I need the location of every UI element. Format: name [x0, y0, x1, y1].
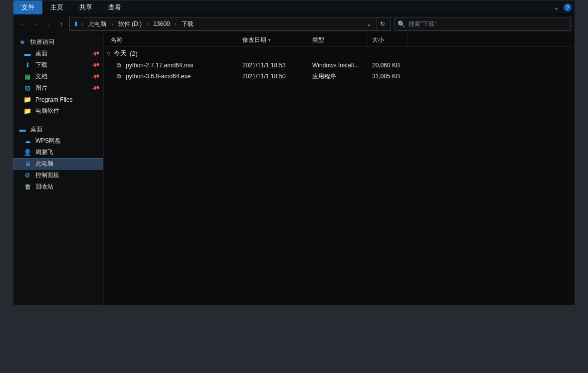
ribbon-tab-view[interactable]: 查看 [100, 0, 129, 14]
ribbon-tab-share[interactable]: 共享 [71, 0, 100, 14]
file-row[interactable]: ⧉python-3.6.8-amd64.exe2021/11/1 18:50应用… [104, 71, 575, 82]
nav-quick-access[interactable]: ★ 快速访问 [13, 36, 103, 48]
nav-back-icon[interactable]: ← [17, 19, 27, 29]
breadcrumb-sep-icon: › [81, 21, 84, 27]
file-icon: ⧉ [115, 72, 123, 80]
folder-icon: 📁 [23, 107, 31, 115]
nav-item[interactable]: ⬇下载📌 [13, 59, 103, 71]
desktop-icon: ▬ [23, 50, 31, 58]
nav-item-label: 回收站 [35, 183, 53, 191]
refresh-icon[interactable]: ↻ [376, 17, 389, 30]
group-collapse-icon[interactable]: ▽ [107, 51, 111, 56]
nav-item-label: 文档 [35, 72, 47, 81]
nav-item[interactable]: 📁Program Files [13, 94, 103, 105]
ribbon-tab-file[interactable]: 文件 [13, 0, 42, 14]
navigation-pane: ★ 快速访问 ▬桌面📌⬇下载📌▤文档📌▧图片📌📁Program Files📁电脑… [13, 33, 104, 305]
file-size: 20,060 KB [368, 62, 408, 69]
doc-icon: ▤ [23, 73, 31, 81]
nav-desktop[interactable]: ▬ 桌面 [13, 124, 103, 135]
cloud-icon: ☁ [23, 137, 31, 145]
column-label: 大小 [372, 36, 384, 44]
nav-item[interactable]: ▤文档📌 [13, 71, 103, 82]
column-label: 类型 [312, 36, 324, 44]
file-date: 2021/11/1 18:53 [238, 62, 308, 69]
pin-icon: 📌 [91, 49, 101, 58]
file-type: Windows Install... [308, 62, 368, 69]
pic-icon: ▧ [23, 84, 31, 92]
star-icon: ★ [18, 38, 26, 46]
group-label: 今天 [114, 49, 127, 58]
user-icon: 👤 [23, 149, 31, 157]
nav-item[interactable]: ⚙控制面板 [13, 170, 103, 181]
ribbon-tab-home[interactable]: 主页 [42, 0, 71, 14]
nav-group-desktop: ▬ 桌面 ☁WPS网盘👤周鹏飞🖥此电脑⚙控制面板🗑回收站 [13, 124, 103, 192]
column-header-size[interactable]: 大小 [368, 33, 408, 46]
column-header-name[interactable]: 名称 [104, 33, 238, 46]
column-header-type[interactable]: 类型 [308, 33, 368, 46]
breadcrumb-sep-icon: › [174, 21, 178, 27]
pin-icon: 📌 [91, 72, 101, 81]
nav-up-icon[interactable]: ↑ [56, 19, 66, 29]
nav-label: 快速访问 [30, 38, 54, 46]
nav-item[interactable]: 📁电脑软件 [13, 105, 103, 117]
breadcrumb-sep-icon: › [110, 21, 114, 27]
search-icon: 🔍 [397, 20, 405, 28]
sort-desc-icon: ▾ [268, 37, 271, 42]
pin-icon: 📌 [91, 60, 101, 69]
trash-icon: 🗑 [23, 183, 31, 191]
search-placeholder: 搜索"下载" [408, 20, 437, 28]
address-bar[interactable]: ⬇ › 此电脑 › 软件 (D:) › 13600 › 下载 ⌄ ↻ [69, 17, 391, 31]
file-name: python-2.7.17.amd64.msi [126, 62, 193, 69]
nav-forward-icon[interactable]: → [30, 19, 40, 29]
breadcrumb-item[interactable]: 13600 [150, 17, 173, 30]
nav-item-label: 桌面 [35, 49, 47, 58]
nav-item[interactable]: 👤周鹏飞 [13, 147, 103, 158]
nav-item-label: 此电脑 [35, 160, 53, 168]
column-header-date[interactable]: 修改日期 ▾ [238, 33, 308, 46]
nav-label: 桌面 [30, 125, 42, 134]
pc-icon: 🖥 [23, 160, 31, 168]
help-icon[interactable]: ? [564, 3, 572, 11]
desktop-icon: ▬ [18, 126, 26, 134]
download-folder-icon: ⬇ [72, 20, 80, 28]
content-pane: 名称 修改日期 ▾ 类型 大小 ▽ 今天 (2) ⧉ [104, 33, 575, 305]
group-header[interactable]: ▽ 今天 (2) [104, 47, 575, 60]
nav-item[interactable]: ☁WPS网盘 [13, 135, 103, 147]
nav-item-label: 图片 [35, 84, 47, 92]
file-explorer-window: 文件 主页 共享 查看 ⌄ ? ← → ⌄ ↑ ⬇ › 此电脑 › 软件 (D:… [13, 0, 575, 304]
column-label: 修改日期 [242, 36, 266, 44]
breadcrumb-item[interactable]: 下载 [179, 17, 196, 30]
group-count: (2) [130, 50, 138, 57]
nav-item[interactable]: ▬桌面📌 [13, 48, 103, 59]
nav-item-label: WPS网盘 [35, 137, 61, 145]
search-box[interactable]: 🔍 搜索"下载" [394, 17, 571, 31]
column-headers: 名称 修改日期 ▾ 类型 大小 [104, 33, 575, 47]
download-icon: ⬇ [23, 61, 31, 69]
folder-icon: 📁 [23, 96, 31, 104]
nav-item-label: 周鹏飞 [35, 148, 53, 157]
nav-item[interactable]: 🖥此电脑 [13, 158, 103, 170]
file-date: 2021/11/1 18:50 [238, 73, 308, 80]
pin-icon: 📌 [91, 83, 101, 92]
nav-item-label: 控制面板 [35, 171, 59, 180]
ribbon-bar: 文件 主页 共享 查看 ⌄ ? [13, 0, 575, 15]
nav-item[interactable]: 🗑回收站 [13, 181, 103, 192]
nav-item-label: 电脑软件 [35, 107, 59, 115]
address-history-icon[interactable]: ⌄ [363, 17, 375, 30]
column-label: 名称 [111, 36, 123, 44]
nav-bar: ← → ⌄ ↑ ⬇ › 此电脑 › 软件 (D:) › 13600 › 下载 ⌄… [13, 15, 575, 33]
nav-group-quick-access: ★ 快速访问 ▬桌面📌⬇下载📌▤文档📌▧图片📌📁Program Files📁电脑… [13, 36, 103, 117]
file-type: 应用程序 [308, 72, 368, 81]
panel-icon: ⚙ [23, 172, 31, 180]
nav-item-label: 下载 [35, 61, 47, 69]
file-icon: ⧉ [115, 61, 123, 69]
file-size: 31,085 KB [368, 73, 408, 80]
nav-item[interactable]: ▧图片📌 [13, 82, 103, 94]
ribbon-collapse-icon[interactable]: ⌄ [554, 4, 559, 11]
nav-recent-icon[interactable]: ⌄ [43, 19, 53, 29]
breadcrumb-item[interactable]: 此电脑 [85, 17, 109, 30]
file-row[interactable]: ⧉python-2.7.17.amd64.msi2021/11/1 18:53W… [104, 60, 575, 71]
breadcrumb-item[interactable]: 软件 (D:) [115, 17, 145, 30]
nav-item-label: Program Files [35, 96, 73, 103]
breadcrumb-sep-icon: › [146, 21, 149, 27]
